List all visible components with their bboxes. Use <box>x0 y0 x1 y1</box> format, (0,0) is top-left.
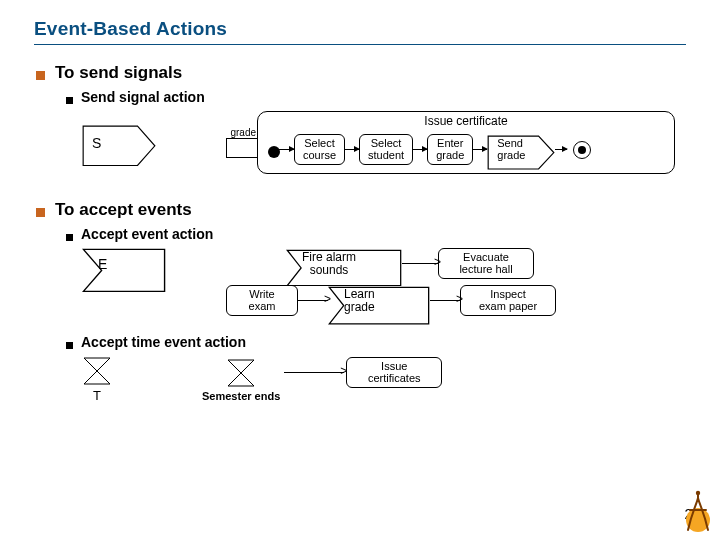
svg-marker-5 <box>84 358 110 384</box>
bullet-icon <box>66 342 73 349</box>
pin-label: grade <box>230 127 256 138</box>
event-learn-grade-label: Learngrade <box>344 288 375 313</box>
activity-title: Issue certificate <box>258 114 674 128</box>
event-fire-alarm: Fire alarmsounds <box>286 249 402 279</box>
flow-semester-ends: Semester ends Issuecertificates <box>202 357 442 402</box>
bullet-icon <box>66 234 73 241</box>
action-evacuate: Evacuatelecture hall <box>438 248 534 279</box>
diagram-send: S grade Issue certificate Selectcourse S <box>82 111 686 174</box>
accept-event-symbol: E <box>82 248 166 280</box>
event-learn-grade: Learngrade <box>328 286 430 316</box>
step-select-course: Selectcourse <box>294 134 345 165</box>
event-fire-alarm-label: Fire alarmsounds <box>302 251 356 276</box>
subbullet-send-signal-action: Send signal action <box>64 89 686 105</box>
time-event-semester-ends: Semester ends <box>202 358 280 402</box>
time-event-symbol: T <box>82 356 112 403</box>
subbullet-accept-time-event: Accept time event action <box>64 334 686 350</box>
step-select-student: Selectstudent <box>359 134 413 165</box>
action-issue-certificates: Issuecertificates <box>346 357 442 388</box>
svg-marker-2 <box>83 249 164 291</box>
hourglass-icon <box>226 358 256 388</box>
signal-send-label: S <box>92 135 101 151</box>
heading-send: To send signals <box>55 63 182 83</box>
accept-event-label: E <box>98 257 107 272</box>
input-pin <box>226 138 258 158</box>
time-event-label: Semester ends <box>202 390 280 402</box>
bullet-icon <box>36 208 45 217</box>
step-send-grade: Sendgrade <box>487 135 555 165</box>
sub-send: Send signal action <box>81 89 205 105</box>
svg-marker-6 <box>228 360 254 386</box>
action-write-exam: Writeexam <box>226 285 298 316</box>
bullet-icon <box>36 71 45 80</box>
activity-with-pin: grade Issue certificate Selectcourse Sel… <box>226 111 675 174</box>
sub-accept2: Accept time event action <box>81 334 246 350</box>
signal-send-symbol: S <box>82 125 156 161</box>
activity-issue-certificate: Issue certificate Selectcourse Selectstu… <box>257 111 675 174</box>
bullet-icon <box>66 97 73 104</box>
section-send: To send signals Send signal action S gra… <box>34 63 686 174</box>
heading-accept: To accept events <box>55 200 192 220</box>
step-enter-grade: Entergrade <box>427 134 473 165</box>
accept-flows: Fire alarmsounds Evacuatelecture hall Wr… <box>286 248 556 316</box>
bullet-accept-events: To accept events <box>34 200 686 220</box>
sub-accept1: Accept event action <box>81 226 213 242</box>
step-send-grade-label: Sendgrade <box>497 138 525 161</box>
section-accept: To accept events Accept event action E F… <box>34 200 686 403</box>
diagram-accept: E Fire alarmsounds Evacuatelecture hall … <box>82 248 686 316</box>
logo-icon <box>678 490 712 534</box>
initial-node-icon <box>268 146 280 158</box>
hourglass-icon <box>82 356 112 386</box>
diagram-time-event: T Semester ends Issuecertificates <box>82 356 686 403</box>
page-title: Event-Based Actions <box>34 18 686 45</box>
time-symbol-label: T <box>93 388 101 403</box>
flow-fire-alarm: Fire alarmsounds Evacuatelecture hall <box>286 248 556 279</box>
bullet-send-signals: To send signals <box>34 63 686 83</box>
action-inspect-paper: Inspectexam paper <box>460 285 556 316</box>
svg-point-8 <box>696 491 700 495</box>
subbullet-accept-event-action: Accept event action <box>64 226 686 242</box>
final-node-icon <box>573 141 591 159</box>
flow-exam: Writeexam Learngrade Inspectexam paper <box>226 285 556 316</box>
